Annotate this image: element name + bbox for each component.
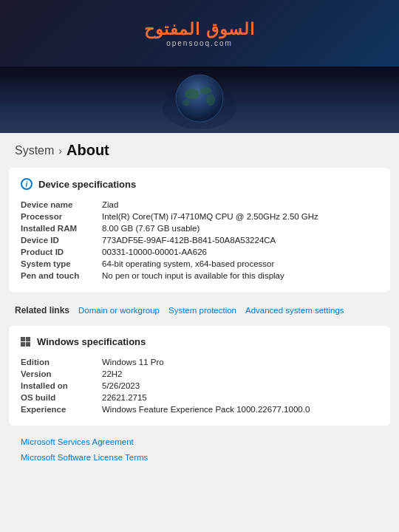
spec-value: Intel(R) Core(TM) i7-4710MQ CPU @ 2.50GH… [102, 212, 378, 221]
bottom-links-area: Microsoft Services Agreement Microsoft S… [0, 432, 399, 468]
device-specs-table: Device nameZiadProcessorIntel(R) Core(TM… [21, 199, 378, 282]
related-link-protection[interactable]: System protection [168, 306, 236, 315]
spec-row: OS build22621.2715 [21, 392, 378, 403]
spec-label: Experience [21, 405, 102, 414]
breadcrumb-arrow: › [58, 145, 62, 157]
windows-specs-card: Windows specifications EditionWindows 11… [9, 326, 390, 426]
spec-row: System type64-bit operating system, x64-… [21, 258, 378, 270]
spec-label: Product ID [21, 248, 102, 256]
spec-label: Pen and touch [21, 271, 102, 280]
spec-row: Product ID00331-10000-00001-AA626 [21, 246, 378, 258]
spec-value: 00331-10000-00001-AA626 [102, 248, 378, 256]
spec-row: Pen and touchNo pen or touch input is av… [21, 270, 378, 282]
device-specs-card: i Device specifications Device nameZiadP… [9, 168, 390, 292]
windows-specs-table: EditionWindows 11 ProVersion22H2Installe… [21, 356, 378, 415]
spec-value: Windows 11 Pro [102, 358, 378, 366]
related-link-advanced[interactable]: Advanced system settings [245, 306, 344, 315]
spec-label: Processor [21, 212, 102, 221]
spec-row: ExperienceWindows Feature Experience Pac… [21, 403, 378, 415]
spec-label: Version [21, 369, 102, 378]
device-specs-title: Device specifications [38, 179, 136, 190]
windows-specs-title: Windows specifications [37, 336, 146, 347]
globe-area [0, 66, 399, 133]
spec-label: Installed RAM [21, 224, 102, 233]
svg-point-3 [200, 87, 211, 95]
spec-label: Device ID [21, 236, 102, 245]
breadcrumb: System › About [0, 133, 399, 165]
logo-container: السوق المفتوح opensooq.com [144, 20, 254, 47]
related-link-domain[interactable]: Domain or workgroup [78, 306, 160, 315]
spec-value: 64-bit operating system, x64-based proce… [102, 259, 378, 268]
spec-row: Installed RAM8.00 GB (7.67 GB usable) [21, 222, 378, 234]
spec-label: OS build [21, 393, 102, 402]
bottom-link-license[interactable]: Microsoft Software License Terms [21, 450, 378, 466]
svg-point-2 [185, 89, 200, 99]
logo-sub: opensooq.com [166, 39, 233, 47]
bottom-link-services[interactable]: Microsoft Services Agreement [21, 434, 378, 450]
spec-value: 5/26/2023 [102, 381, 378, 390]
spec-row: Device nameZiad [21, 199, 378, 211]
device-specs-header: i Device specifications [21, 178, 378, 190]
info-icon: i [21, 178, 33, 190]
related-links-bar: Related links Domain or workgroup System… [0, 298, 399, 323]
logo-text: السوق المفتوح [144, 20, 254, 39]
windows-icon [21, 337, 31, 347]
main-content: System › About i Device specifications D… [0, 133, 399, 532]
svg-point-4 [206, 94, 215, 106]
spec-row: EditionWindows 11 Pro [21, 356, 378, 368]
spec-value: Ziad [102, 200, 378, 209]
spec-row: Device ID773ADF5E-99AF-412B-B841-50A8A53… [21, 234, 378, 246]
windows-specs-header: Windows specifications [21, 336, 378, 347]
spec-value: 22H2 [102, 369, 378, 378]
spec-label: Device name [21, 200, 102, 209]
spec-label: Edition [21, 358, 102, 366]
breadcrumb-system: System [15, 144, 54, 157]
svg-point-5 [183, 100, 190, 106]
spec-row: Version22H2 [21, 368, 378, 380]
spec-value: 773ADF5E-99AF-412B-B841-50A8A53224CA [102, 236, 378, 245]
spec-label: System type [21, 259, 102, 268]
spec-value: 22621.2715 [102, 393, 378, 402]
spec-row: Installed on5/26/2023 [21, 380, 378, 392]
breadcrumb-about: About [66, 142, 109, 159]
top-banner: السوق المفتوح opensooq.com [0, 0, 399, 66]
spec-value: Windows Feature Experience Pack 1000.226… [102, 405, 378, 414]
related-links-label: Related links [15, 305, 69, 316]
spec-label: Installed on [21, 381, 102, 390]
spec-row: ProcessorIntel(R) Core(TM) i7-4710MQ CPU… [21, 211, 378, 222]
spec-value: No pen or touch input is available for t… [102, 271, 378, 280]
globe-icon [155, 70, 244, 129]
spec-value: 8.00 GB (7.67 GB usable) [102, 224, 378, 233]
